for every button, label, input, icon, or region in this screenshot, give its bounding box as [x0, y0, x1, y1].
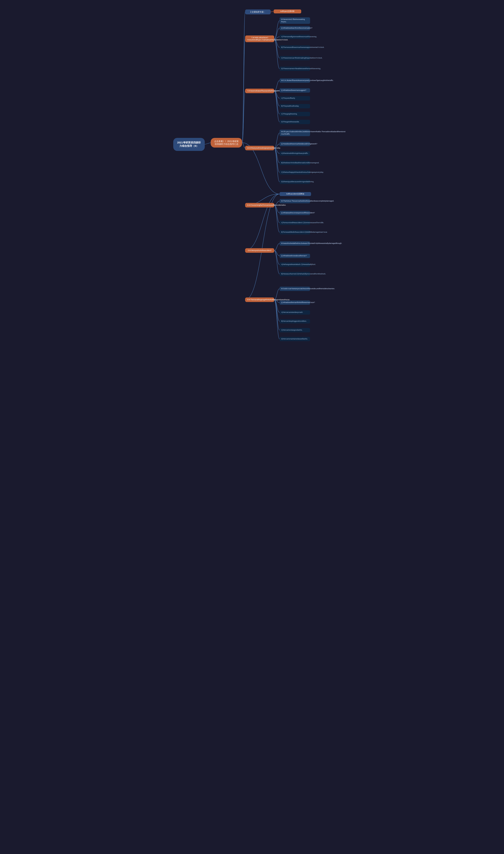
- leaf-t1-5-text: D)Thewomanwon'tbeabletoseethemanthiseven…: [281, 68, 321, 70]
- leaf-t1-2: A)Themanwillgotomeetthewomanthisevening.: [280, 35, 310, 39]
- leaf-a2-3: B)Hewasunharmed.D)Hehasfullyrecoveredfro…: [280, 272, 310, 276]
- leaf-a3-4-text: C)Hercarisnotasgoodashis.: [281, 329, 303, 331]
- accident-topic-1-node: 8.W:It'ssurprisingthatTomcameoutoftheacc…: [245, 203, 274, 207]
- leaf-a1-0: M:That'strue.Thecarcrashedintothewalland…: [280, 199, 310, 203]
- accident-topic-2-label: 8.W:Wereyouhurtintheaccident?: [248, 249, 272, 251]
- leaf-a1-3-text: B)Tomwaskilledintheaccident.D)Itdidlittl…: [281, 231, 328, 233]
- leaf-a3-5-text: D)Hercarismaintainedaswellashis.: [281, 338, 308, 340]
- leaf-t1-1-text: Q:Whatdowelearnfromtheconversation?: [281, 27, 312, 29]
- leaf-a3-5: D)Hercarismaintainedaswellashis.: [280, 337, 310, 341]
- svg-line-0: [205, 143, 211, 144]
- leaf-a3-2: A)Hercarcanstandanycrash.: [280, 310, 310, 315]
- leaf-a3-1-text: Q:Whatdoesthemanthinkofthewoman'scar?: [281, 301, 315, 303]
- leaf-t3-1-text: Q:Howdoesthewomanfeelaboutdrivingtowork?: [281, 143, 317, 145]
- root-label: 2021考研英语四级听力综合指导（9）: [177, 141, 201, 147]
- accident-label-node: trafficaccident交通事故: [280, 192, 311, 196]
- leaf-t2-3: B)Theywaitforafineday.: [280, 104, 310, 108]
- accident-topic-2-node: 8.W:Wereyouhurtintheaccident?: [245, 248, 274, 253]
- leaf-t1-5: D)Thewomanwon'tbeabletoseethemanthiseven…: [280, 67, 310, 71]
- leaf-t2-0: W:O.K.Butwe'llhavetoleaveveryearly,orels…: [280, 79, 310, 83]
- leaf-t1-4: C)Thewomencan'tfinishmakingthejambefore7…: [280, 56, 310, 60]
- leaf-a2-2-text: A)Hehasgotaheartattack.C)Hewasbadlyhurt.: [281, 263, 316, 265]
- leaf-a1-2-text: A)Tomsurvivedhteaccident.C)SomeonesavedT…: [281, 222, 324, 224]
- leaf-t2-5: D)Theygototheseaside.: [280, 120, 310, 124]
- leaf-a2-2: A)Hehasgotaheartattack.C)Hewasbadlyhurt.: [280, 262, 310, 267]
- leaf-a3-2-text: A)Hercarcanstandanycrash.: [281, 311, 303, 313]
- accident-label-text: trafficaccident交通事故: [286, 193, 304, 195]
- leaf-t3-5-text: D)Sheenjoysitbecauseshe'sgoodatdriving.: [281, 181, 314, 182]
- cta-label: 点击查看》》2021考研英语四级听力综合指导汇总: [214, 140, 238, 145]
- leaf-a1-1-text: Q:Whatwastheconsequenceoftheaccident?: [281, 212, 315, 214]
- section-tag-node: trafficjam交通堵塞: [274, 10, 301, 13]
- leaf-t2-0-text: W:O.K.Butwe'llhavetoleaveveryearly,orels…: [281, 80, 334, 81]
- leaf-t1-0-text: M:Nevermind.I'llbeherewaiting foryou.: [281, 18, 305, 23]
- leaf-a1-3: B)Tomwaskilledintheaccident.D)Itdidlittl…: [280, 230, 310, 234]
- leaf-a3-0: M:SodoI.Ican'tseeanyscratchesontheoutsid…: [280, 286, 310, 291]
- connector-lines: [167, 4, 337, 831]
- leaf-t2-2-text: A)Theysetoffearly.: [281, 97, 295, 99]
- leaf-t2-1-text: Q:Whatdoesthewomansuggest?: [281, 89, 306, 91]
- leaf-a3-1: Q:Whatdoesthemanthinkofthewoman'scar?: [280, 300, 310, 305]
- leaf-a2-1-text: Q:Whatdoweknowabouttheman?: [281, 255, 307, 257]
- accident-topic-3-node: 9.W:Themanatthegaragethinksthatlltakegoo…: [245, 297, 274, 302]
- leaf-a2-1: Q:Whatdoweknowabouttheman?: [280, 254, 310, 258]
- leaf-a2-0: M:Iwasshockedatthetime,butwasn'thurtatal…: [280, 241, 310, 246]
- leaf-t3-0: W:Oh,yes.It'sabout60miles,butitdoesn'tse…: [280, 129, 310, 136]
- leaf-t3-5: D)Sheenjoysitbecauseshe'sgoodatdriving.: [280, 180, 310, 184]
- topic-3-label: 10.M:thearyoudrivealongwaytoworkeveryday…: [247, 147, 281, 149]
- leaf-t3-0-text: W:Oh,yes.It'sabout60miles,butitdoesn'tse…: [281, 130, 345, 135]
- leaf-a2-3-text: B)Hewasunharmed.D)Hehasfullyrecoveredfro…: [281, 273, 326, 275]
- leaf-t1-2-text: A)Themanwillgotomeetthewomanthisevening.: [281, 36, 317, 38]
- topic-3-node: 10.M:thearyoudrivealongwaytoworkeveryday…: [245, 146, 274, 150]
- leaf-a2-0-text: M:Iwasshockedatthetime,butwasn'thurtatal…: [281, 242, 342, 244]
- leaf-a1-1: Q:Whatwastheconsequenceoftheaccident?: [280, 211, 310, 215]
- leaf-t2-4: C)Theygsightseeing.: [280, 112, 310, 116]
- leaf-t2-1: Q:Whatdoesthewomansuggest?: [280, 88, 310, 92]
- root-node: 2021考研英语四级听力综合指导（9）: [173, 138, 205, 151]
- leaf-t3-2-text: A)Sheistiredofdrivinginheavytraffic.: [281, 152, 308, 154]
- leaf-t2-3-text: B)Theywaitforafineday.: [281, 105, 299, 107]
- leaf-t2-4-text: C)Theygsightseeing.: [281, 113, 298, 115]
- leaf-a1-2: A)Tomsurvivedhteaccident.C)SomeonesavedT…: [280, 221, 310, 225]
- leaf-t1-4-text: C)Thewomencan'tfinishmakingthejambefore7…: [281, 57, 323, 59]
- section-tag-label: trafficjam交通堵塞: [280, 10, 294, 12]
- leaf-a1-0-text: M:That'strue.Thecarcrashedintothewalland…: [281, 200, 334, 202]
- leaf-t3-3-text: B)Shedoesn'tminditastheroadconditionsare…: [281, 162, 319, 164]
- section-node: 2.交通场景专题：: [245, 10, 271, 14]
- topic-1-node: 7.W:Hello.IsthatSteve?I'mstuckintrafficj…: [245, 35, 274, 42]
- mind-map: 2021考研英语四级听力综合指导（9） 点击查看》》2021考研英语四级听力综合…: [167, 4, 337, 831]
- leaf-t2-2: A)Theysetoffearly.: [280, 96, 310, 101]
- leaf-a3-3-text: B)Hercariskeptinggoodcondition.: [281, 320, 307, 322]
- leaf-t1-3-text: B)Themanandthewomanhaveanappointmentat7o…: [281, 46, 324, 48]
- leaf-a3-3: B)Hercariskeptinggoodcondition.: [280, 319, 310, 324]
- accident-topic-1-label: 8.W:It'ssurprisingthatTomcameoutoftheacc…: [247, 204, 286, 206]
- leaf-t1-1: Q:Whatdowelearnfromtheconversation?: [280, 26, 310, 30]
- leaf-t1-0: M:Nevermind.I'llbeherewaiting foryou.: [280, 17, 310, 24]
- topic-2-node: 7.M:Itseemsthatwe'llhaveanotherfinedayto…: [245, 89, 274, 93]
- cta-node[interactable]: 点击查看》》2021考研英语四级听力综合指导汇总: [211, 138, 242, 147]
- svg-line-1: [271, 12, 274, 12]
- leaf-t3-4: C)Sheisunhappytohavetodrivesuchalongwaye…: [280, 170, 310, 175]
- section-label: 2.交通场景专题：: [250, 11, 266, 13]
- leaf-t2-5-text: D)Theygototheseaside.: [281, 121, 300, 123]
- leaf-t3-1: Q:Howdoesthewomanfeelaboutdrivingtowork?: [280, 142, 310, 146]
- leaf-t3-3: B)Shedoesn'tminditastheroadconditionsare…: [280, 161, 310, 165]
- leaf-t3-4-text: C)Sheisunhappytohavetodrivesuchalongwaye…: [281, 171, 324, 173]
- leaf-a3-4: C)Hercarisnotasgoodashis.: [280, 328, 310, 332]
- leaf-a3-0-text: M:SodoI.Ican'tseeanyscratchesontheoutsid…: [281, 287, 335, 290]
- leaf-t1-3: B)Themanandthewomanhaveanappointmentat7o…: [280, 45, 310, 50]
- leaf-t3-2: A)Sheistiredofdrivinginheavytraffic.: [280, 151, 310, 156]
